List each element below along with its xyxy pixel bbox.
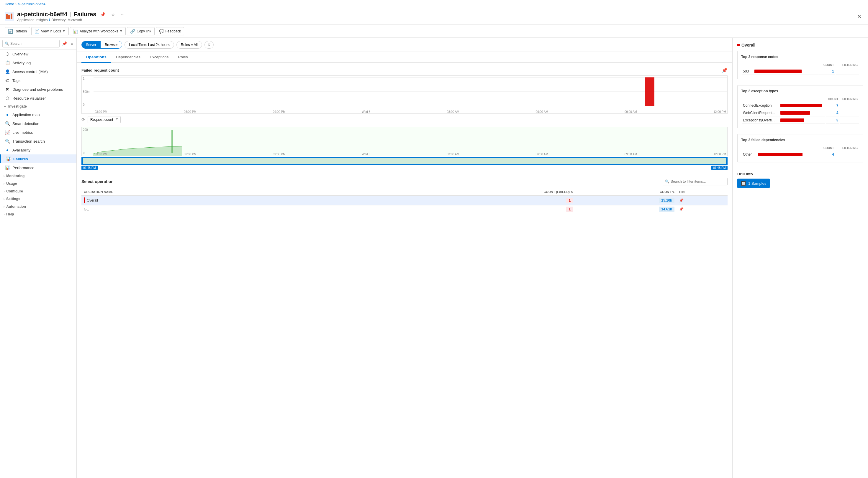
main-content: Server Browser Local Time: Last 24 hours… bbox=[77, 38, 732, 478]
op-count-get: 14.61k bbox=[575, 205, 677, 213]
time-filter-button[interactable]: Local Time: Last 24 hours bbox=[125, 41, 174, 48]
sidebar-item-availability[interactable]: ● Availability bbox=[0, 145, 76, 155]
sidebar-item-iam[interactable]: 👤 Access control (IAM) bbox=[0, 67, 76, 76]
page-title: ai-petclinic-b6eff4 | Failures 📌 ☆ ··· bbox=[17, 11, 126, 18]
section-monitoring[interactable]: › Monitoring bbox=[0, 172, 76, 180]
sidebar-item-smart-detection[interactable]: 🔍 Smart detection bbox=[0, 119, 76, 128]
ops-search-input[interactable] bbox=[663, 178, 727, 185]
browser-filter-button[interactable]: Browser bbox=[101, 41, 122, 48]
chart-title: Failed request count bbox=[82, 68, 119, 72]
star-header-button[interactable]: ☆ bbox=[110, 11, 117, 18]
breadcrumb-current[interactable]: ai-petclinic-b6eff4 bbox=[18, 2, 45, 6]
sidebar-item-live-metrics[interactable]: 📈 Live metrics bbox=[0, 128, 76, 137]
op-count-overall: 15.10k bbox=[575, 196, 677, 205]
fd-count-0: 4 bbox=[818, 151, 835, 158]
tags-icon: 🏷 bbox=[5, 78, 10, 83]
table-row[interactable]: Other 4 bbox=[742, 151, 859, 158]
more-header-button[interactable]: ··· bbox=[119, 11, 126, 18]
op-pin-overall[interactable]: 📌 bbox=[677, 196, 727, 205]
sidebar-item-diagnose[interactable]: ✖ Diagnose and solve problems bbox=[0, 85, 76, 94]
section-automation[interactable]: › Automation bbox=[0, 203, 76, 210]
et-filtering-header: FILTERING bbox=[840, 97, 859, 102]
chart-nav-button[interactable]: ⟳ bbox=[82, 117, 85, 123]
roles-filter-button[interactable]: Roles = All bbox=[177, 41, 202, 48]
sidebar-item-app-map[interactable]: ● Application map bbox=[0, 110, 76, 119]
breadcrumb-home[interactable]: Home bbox=[5, 2, 14, 6]
chart-pin-button[interactable]: 📌 bbox=[722, 67, 727, 73]
fd-filtering-0 bbox=[836, 151, 859, 158]
op-pin-get[interactable]: 📌 bbox=[677, 205, 727, 213]
svg-rect-2 bbox=[8, 15, 10, 19]
copy-link-button[interactable]: 🔗 Copy link bbox=[127, 27, 154, 35]
sidebar-item-tags[interactable]: 🏷 Tags bbox=[0, 76, 76, 85]
section-help[interactable]: › Help bbox=[0, 210, 76, 218]
overall-failed-count-badge: 1 bbox=[566, 198, 573, 203]
table-row-get[interactable]: GET 1 14.61k 📌 bbox=[82, 205, 727, 213]
view-logs-button[interactable]: 📄 View in Logs ▼ bbox=[31, 27, 69, 35]
col-pin: PIN bbox=[677, 188, 727, 196]
fd-bar-0 bbox=[757, 151, 818, 158]
configure-chevron: › bbox=[4, 190, 4, 193]
timestamp-left: 01:48 PM bbox=[82, 166, 98, 170]
feedback-button[interactable]: 💬 Feedback bbox=[156, 27, 184, 35]
chart-section: Failed request count 📌 1 500m 0 bbox=[77, 63, 732, 175]
tab-operations[interactable]: Operations bbox=[82, 52, 111, 63]
tab-dependencies[interactable]: Dependencies bbox=[111, 52, 145, 63]
overall-red-bar bbox=[84, 198, 85, 203]
section-investigate[interactable]: ▼ Investigate bbox=[0, 103, 76, 110]
filter-icon-button[interactable]: ▽ bbox=[205, 41, 214, 48]
ops-table-body: Overall 1 15.10k 📌 bbox=[82, 196, 727, 213]
analyze-workbooks-button[interactable]: 📊 Analyze with Workbooks ▼ bbox=[70, 27, 126, 35]
sidebar-search-icon: 🔍 bbox=[5, 41, 9, 46]
page-title-section: ai-petclinic-b6eff4 | Failures 📌 ☆ ··· A… bbox=[17, 11, 126, 22]
operations-table: OPERATION NAME COUNT (FAILED) ⇅ COUNT ⇅ … bbox=[82, 188, 727, 213]
sort-count-failed[interactable]: ⇅ bbox=[570, 191, 573, 194]
tab-exceptions[interactable]: Exceptions bbox=[145, 52, 174, 63]
sidebar-item-transaction-search[interactable]: 🔍 Transaction search bbox=[0, 137, 76, 145]
section-settings[interactable]: › Settings bbox=[0, 195, 76, 203]
sidebar-collapse-button[interactable]: « bbox=[69, 40, 74, 47]
server-browser-toggle: Server Browser bbox=[82, 41, 122, 48]
et-bar-2 bbox=[779, 117, 826, 124]
refresh-button[interactable]: 🔄 Refresh bbox=[5, 27, 30, 35]
help-chevron: › bbox=[4, 213, 4, 216]
sidebar-item-performance[interactable]: 📊 Performance bbox=[0, 163, 76, 172]
samples-button[interactable]: 🔲 1 Samples bbox=[737, 179, 770, 188]
section-configure[interactable]: › Configure bbox=[0, 187, 76, 195]
smart-detection-icon: 🔍 bbox=[5, 121, 10, 126]
close-button[interactable]: ✕ bbox=[855, 12, 863, 21]
et-name-2: Exceptions$Overfl... bbox=[742, 117, 779, 124]
sidebar-item-resource-viz[interactable]: ⬡ Resource visualizer bbox=[0, 94, 76, 103]
pin-header-button[interactable]: 📌 bbox=[98, 11, 107, 18]
performance-icon: 📊 bbox=[5, 165, 10, 170]
sidebar-search-input[interactable] bbox=[2, 40, 60, 47]
usage-chevron: › bbox=[4, 182, 4, 185]
op-count-failed-get: 1 bbox=[404, 205, 575, 213]
settings-chevron: › bbox=[4, 198, 4, 201]
timeline-bar[interactable] bbox=[82, 157, 727, 165]
rc-bar-header bbox=[753, 63, 818, 67]
operations-section: Select operation 🔍 OPERATION NAME COUNT … bbox=[77, 175, 732, 216]
response-codes-table: COUNT FILTERING 503 1 bbox=[741, 62, 860, 75]
section-usage[interactable]: › Usage bbox=[0, 180, 76, 187]
workbooks-icon: 📊 bbox=[73, 29, 78, 34]
table-row[interactable]: 503 1 bbox=[742, 68, 859, 75]
ops-search-area: 🔍 bbox=[663, 178, 727, 185]
tab-roles[interactable]: Roles bbox=[173, 52, 192, 63]
table-row[interactable]: Exceptions$Overfl... 3 bbox=[742, 117, 859, 124]
request-count-selector[interactable]: Request count bbox=[88, 116, 121, 123]
overall-red-dot bbox=[737, 44, 740, 46]
table-row-overall[interactable]: Overall 1 15.10k 📌 bbox=[82, 196, 727, 205]
sort-count[interactable]: ⇅ bbox=[672, 191, 675, 194]
response-codes-title: Top 3 response codes bbox=[741, 55, 860, 59]
tabs: Operations Dependencies Exceptions Roles bbox=[77, 52, 732, 63]
table-row[interactable]: WebClientRequest... 4 bbox=[742, 110, 859, 116]
overall-count-badge: 15.10k bbox=[659, 198, 675, 203]
server-filter-button[interactable]: Server bbox=[82, 41, 101, 48]
sidebar-item-activity-log[interactable]: 📋 Activity log bbox=[0, 58, 76, 67]
sidebar-item-failures[interactable]: 📊 Failures bbox=[0, 155, 76, 163]
sidebar-pin-button[interactable]: 📌 bbox=[61, 40, 68, 47]
overview-icon: ⬡ bbox=[5, 52, 10, 56]
sidebar-item-overview[interactable]: ⬡ Overview bbox=[0, 49, 76, 58]
table-row[interactable]: ConnectException 7 bbox=[742, 102, 859, 109]
